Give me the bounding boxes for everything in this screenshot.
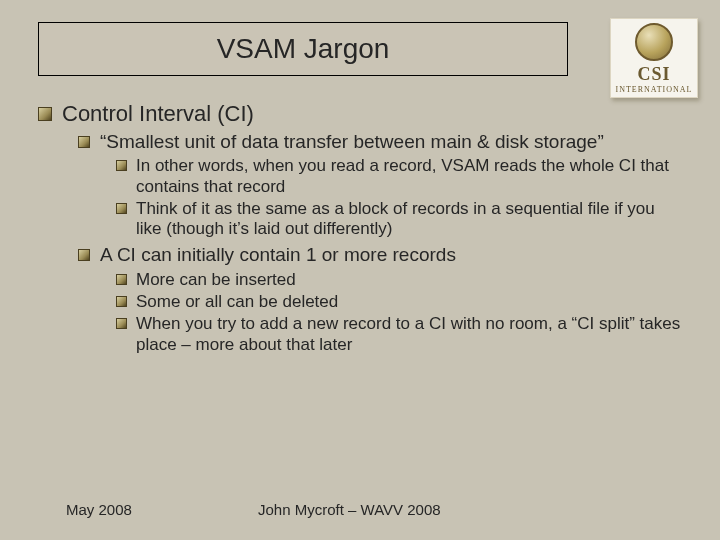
bullet-text: “Smallest unit of data transfer between …: [100, 131, 604, 152]
bullet-icon: [116, 160, 127, 171]
slide-content: Control Interval (CI) “Smallest unit of …: [38, 100, 684, 359]
csi-logo: CSI INTERNATIONAL: [610, 18, 698, 98]
bullet-l1: Control Interval (CI) “Smallest unit of …: [38, 100, 684, 355]
bullet-icon: [116, 203, 127, 214]
slide-title-band: VSAM Jargon: [38, 22, 568, 76]
slide-title: VSAM Jargon: [217, 33, 390, 65]
bullet-icon: [116, 274, 127, 285]
bullet-text: Some or all can be deleted: [136, 292, 338, 311]
bullet-l3: Some or all can be deleted: [116, 292, 684, 312]
bullet-text: A CI can initially contain 1 or more rec…: [100, 244, 456, 265]
footer-author: John Mycroft – WAVV 2008: [258, 501, 441, 518]
bullet-text: Control Interval (CI): [62, 101, 254, 126]
bullet-l3: More can be inserted: [116, 270, 684, 290]
bullet-text: When you try to add a new record to a CI…: [136, 314, 680, 353]
bullet-text: In other words, when you read a record, …: [136, 156, 669, 195]
slide: VSAM Jargon CSI INTERNATIONAL Control In…: [0, 0, 720, 540]
bullet-icon: [78, 136, 90, 148]
logo-line1: CSI: [637, 65, 670, 83]
logo-line2: INTERNATIONAL: [616, 85, 693, 94]
bullet-l3: Think of it as the same as a block of re…: [116, 199, 684, 240]
bullet-l2: “Smallest unit of data transfer between …: [78, 131, 684, 240]
bullet-icon: [38, 107, 52, 121]
bullet-l3: When you try to add a new record to a CI…: [116, 314, 684, 355]
bullet-icon: [78, 249, 90, 261]
bullet-icon: [116, 296, 127, 307]
bullet-l3: In other words, when you read a record, …: [116, 156, 684, 197]
footer-date: May 2008: [66, 501, 132, 518]
globe-icon: [635, 23, 673, 61]
bullet-icon: [116, 318, 127, 329]
bullet-l2: A CI can initially contain 1 or more rec…: [78, 244, 684, 355]
bullet-text: More can be inserted: [136, 270, 296, 289]
bullet-text: Think of it as the same as a block of re…: [136, 199, 655, 238]
